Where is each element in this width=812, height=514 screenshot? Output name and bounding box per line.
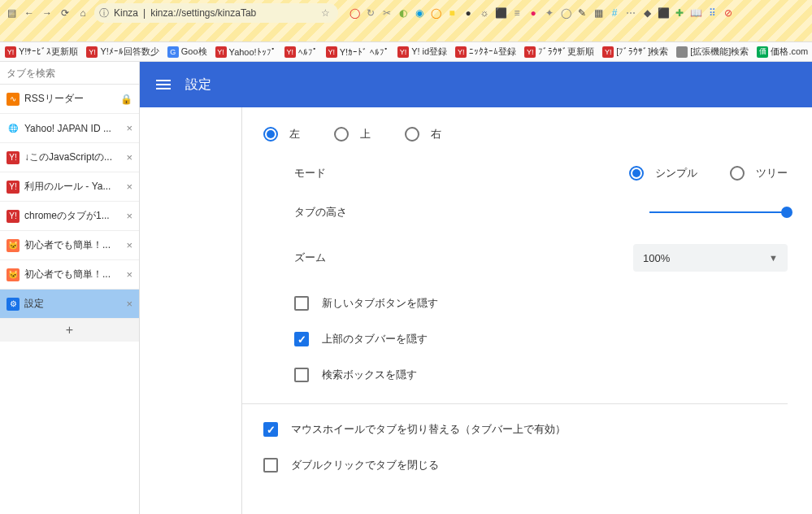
bookmark-item[interactable]: Y!ﾌﾞﾗｳｻﾞ更新順 <box>524 46 594 58</box>
ext-icon[interactable]: ▦ <box>592 7 605 20</box>
checkbox-row[interactable]: 新しいタブボタンを隠す <box>294 296 788 311</box>
ext-icon[interactable]: ☼ <box>478 7 491 20</box>
tab-search-input[interactable] <box>7 68 132 79</box>
ext-icon[interactable]: ● <box>462 7 475 20</box>
checkbox-row[interactable]: 検索ボックスを隠す <box>294 368 788 382</box>
mode-radio[interactable]: シンプル <box>629 166 697 181</box>
tab-title: 設定 <box>24 297 121 311</box>
add-tab-button[interactable]: + <box>0 319 139 342</box>
bookmark-favicon: 価 <box>757 46 768 58</box>
bookmark-item[interactable]: Y!Y!ﾒｰﾙ回答数少 <box>86 46 158 58</box>
bookmark-item[interactable]: Y![ﾌﾞﾗｳｻﾞ]検索 <box>602 46 668 58</box>
ext-icon[interactable]: ◉ <box>413 7 426 20</box>
sidebar-toggle-icon[interactable]: ▤ <box>5 7 18 20</box>
zoom-value: 100% <box>643 252 670 264</box>
ext-icon[interactable]: ◯ <box>348 7 361 20</box>
close-icon[interactable]: × <box>126 268 132 281</box>
mode-radio[interactable]: ツリー <box>730 166 788 181</box>
address-title: Kinza <box>114 7 138 19</box>
forward-button[interactable]: → <box>41 7 54 20</box>
ext-icon[interactable]: ⠿ <box>706 7 719 20</box>
tab-item[interactable]: 🌐Yahoo! JAPAN ID ...× <box>0 114 139 143</box>
close-icon[interactable]: × <box>126 210 132 222</box>
ext-icon[interactable]: ✦ <box>543 7 556 20</box>
bookmark-item[interactable]: Y!ﾍﾙﾌﾟ <box>284 46 318 58</box>
bookmark-item[interactable]: Y!Y!ｶｰﾄﾞ ﾍﾙﾌﾟ <box>326 46 389 58</box>
reload-button[interactable]: ⟳ <box>59 7 72 20</box>
close-icon[interactable]: × <box>126 181 132 193</box>
bookmark-favicon: Y! <box>455 46 467 58</box>
settings-pane: 左上右 モード シンプルツリー タブの高さ <box>242 107 812 514</box>
bookmark-favicon: Y! <box>602 46 614 58</box>
bookmark-item[interactable]: Y!Y!ｻｰﾋﾞｽ更新順 <box>5 46 78 58</box>
tab-title: 利用のルール - Ya... <box>24 180 121 194</box>
bookmark-item[interactable]: Y!ﾆｯｸﾈｰﾑ登録 <box>455 46 516 58</box>
ext-icon[interactable]: 📖 <box>689 7 702 20</box>
address-bar[interactable]: ⓘ Kinza | kinza://settings/kinzaTab ☆ <box>94 3 338 23</box>
close-icon[interactable]: × <box>126 298 132 310</box>
tab-item[interactable]: Y!↓このJavaScriptの...× <box>0 143 139 172</box>
position-radio[interactable]: 右 <box>405 127 441 142</box>
slider-thumb[interactable] <box>781 207 792 218</box>
zoom-dropdown[interactable]: 100% ▼ <box>633 244 788 272</box>
ext-icon[interactable]: ■ <box>445 7 458 20</box>
tab-title: RSSリーダー <box>24 92 115 106</box>
radio-icon <box>730 166 745 181</box>
bookmark-item[interactable]: [拡張機能]検索 <box>676 46 749 58</box>
gear-icon: ⚙ <box>7 298 20 311</box>
tab-item[interactable]: ⚙設定× <box>0 290 139 319</box>
ext-icon[interactable]: # <box>608 7 621 20</box>
back-button[interactable]: ← <box>23 7 36 20</box>
ext-icon[interactable]: ● <box>527 7 540 20</box>
ext-icon[interactable]: ⊘ <box>722 7 735 20</box>
checkbox-row[interactable]: 上部のタブバーを隠す <box>294 332 788 346</box>
position-radio[interactable]: 左 <box>263 127 300 142</box>
ext-icon[interactable]: ✚ <box>673 7 686 20</box>
bookmark-item[interactable]: Y!Yahoo!ﾄｯﾌﾟ <box>215 46 276 58</box>
close-icon[interactable]: × <box>126 151 132 163</box>
close-icon[interactable]: × <box>126 239 132 251</box>
bookmark-favicon: G <box>167 46 179 58</box>
menu-icon[interactable] <box>156 80 171 89</box>
checkbox-row[interactable]: マウスホイールでタブを切り替える（タブバー上で有効） <box>263 422 788 437</box>
ext-icon[interactable]: ⬛ <box>494 7 507 20</box>
tab-item[interactable]: ∿RSSリーダー🔒 <box>0 85 139 114</box>
zoom-label: ズーム <box>294 250 457 265</box>
tab-item[interactable]: Y!chromeのタブが1...× <box>0 202 139 231</box>
lock-icon: 🔒 <box>120 94 132 105</box>
bookmark-item[interactable]: GGoo検 <box>167 46 207 58</box>
tab-item[interactable]: 🐱初心者でも簡単！...× <box>0 260 139 290</box>
settings-nav-pad <box>140 107 242 514</box>
ext-icon[interactable]: ⬛ <box>657 7 670 20</box>
home-button[interactable]: ⌂ <box>76 7 89 20</box>
ext-icon[interactable]: ✎ <box>575 7 588 20</box>
tab-height-slider[interactable] <box>649 211 788 213</box>
separator <box>242 403 788 404</box>
mode-radio-group: シンプルツリー <box>629 166 788 181</box>
tab-item[interactable]: Y!利用のルール - Ya...× <box>0 172 139 202</box>
tab-list: ∿RSSリーダー🔒🌐Yahoo! JAPAN ID ...×Y!↓このJavaS… <box>0 85 139 319</box>
tab-search[interactable] <box>0 62 139 85</box>
ext-icon[interactable]: ◯ <box>429 7 442 20</box>
bookmark-favicon: Y! <box>326 46 337 58</box>
position-radio[interactable]: 上 <box>334 127 371 142</box>
ext-icon[interactable]: ↻ <box>364 7 377 20</box>
ext-icon[interactable]: ✂ <box>380 7 393 20</box>
site-info-icon[interactable]: ⓘ <box>99 7 109 20</box>
nav-row: ▤ ← → ⟳ ⌂ ⓘ Kinza | kinza://settings/kin… <box>0 0 812 23</box>
bookmark-item[interactable]: 価価格.com <box>757 46 808 58</box>
mode-label: モード <box>294 166 457 181</box>
bookmark-item[interactable]: Y!Y! id登録 <box>397 46 447 58</box>
ext-icon[interactable]: ◯ <box>559 7 572 20</box>
bookmark-star-icon[interactable]: ☆ <box>321 7 330 19</box>
tab-item[interactable]: 🐱初心者でも簡単！...× <box>0 231 139 260</box>
ext-icon[interactable]: ◐ <box>397 7 410 20</box>
ext-icon[interactable]: ⋯ <box>624 7 637 20</box>
checkbox-row[interactable]: ダブルクリックでタブを閉じる <box>263 458 788 473</box>
bookmark-label: 価格.com <box>771 46 808 58</box>
ext-icon[interactable]: ◆ <box>640 7 654 20</box>
close-icon[interactable]: × <box>126 122 132 134</box>
radio-icon <box>405 127 419 142</box>
ext-icon[interactable]: ≡ <box>510 7 523 20</box>
tab-title: Yahoo! JAPAN ID ... <box>24 123 121 134</box>
